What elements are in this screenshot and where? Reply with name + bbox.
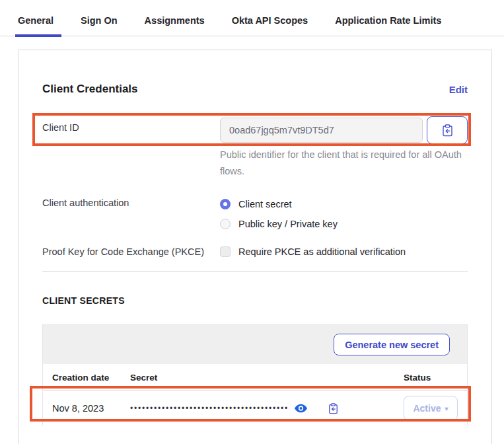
tab-assignments[interactable]: Assignments <box>143 15 206 36</box>
panel-title: Client Credentials <box>42 83 138 96</box>
secrets-table-toolbar: Generate new secret <box>43 325 467 364</box>
masked-secret-value: •••••••••••••••••••••••••••••••••••••••• <box>130 404 289 413</box>
client-authentication-options: Client secret Public key / Private key <box>220 196 338 231</box>
client-id-help-text: Public identifier for the client that is… <box>220 147 484 180</box>
general-settings-card: Client Credentials Edit Client ID Public… <box>18 50 492 444</box>
clipboard-copy-icon <box>442 124 453 137</box>
status-active-dropdown[interactable]: Active ▾ <box>404 396 458 421</box>
section-divider <box>42 271 468 272</box>
status-cell: Active ▾ <box>404 396 467 421</box>
clipboard-copy-icon <box>328 403 338 414</box>
pkce-label: Proof Key for Code Exchange (PKCE) <box>42 244 220 259</box>
edit-link[interactable]: Edit <box>449 84 468 95</box>
secret-cell: •••••••••••••••••••••••••••••••••••••••• <box>130 403 404 414</box>
secret-creation-date: Nov 8, 2023 <box>43 403 130 414</box>
copy-client-id-button[interactable] <box>427 116 468 144</box>
client-authentication-label: Client authentication <box>42 196 220 231</box>
client-id-input[interactable] <box>220 118 423 143</box>
tab-okta-api-scopes[interactable]: Okta API Scopes <box>231 15 310 36</box>
pkce-option-label: Require PKCE as additional verification <box>238 246 406 257</box>
radio-public-private-key[interactable]: Public key / Private key <box>220 217 338 231</box>
client-credentials-header: Client Credentials Edit <box>42 83 468 96</box>
app-tab-bar: General Sign On Assignments Okta API Sco… <box>0 0 504 36</box>
column-header-secret: Secret <box>130 373 404 383</box>
eye-icon <box>295 404 307 413</box>
pkce-checkbox-option[interactable]: Require PKCE as additional verification <box>220 244 406 259</box>
client-id-label: Client ID <box>42 116 220 144</box>
client-id-row: Client ID <box>42 116 468 144</box>
tab-sign-on[interactable]: Sign On <box>79 15 119 36</box>
reveal-secret-button[interactable] <box>295 404 307 413</box>
radio-unselected-icon <box>220 219 231 229</box>
pkce-row: Proof Key for Code Exchange (PKCE) Requi… <box>42 244 468 259</box>
column-header-status: Status <box>404 373 467 383</box>
column-header-creation-date: Creation date <box>43 373 130 383</box>
status-label: Active <box>413 403 441 414</box>
client-secrets-heading: CLIENT SECRETS <box>42 295 468 306</box>
client-secrets-table: Generate new secret Creation date Secret… <box>42 324 468 426</box>
table-row: Nov 8, 2023 ••••••••••••••••••••••••••••… <box>43 391 467 426</box>
radio-selected-icon <box>220 199 231 209</box>
client-id-field-group <box>220 116 468 144</box>
radio-client-secret-label: Client secret <box>238 199 292 209</box>
copy-secret-button[interactable] <box>328 403 338 414</box>
generate-new-secret-button[interactable]: Generate new secret <box>334 334 450 355</box>
client-authentication-row: Client authentication Client secret Publ… <box>42 196 468 231</box>
secrets-table-header: Creation date Secret Status <box>43 364 467 391</box>
chevron-down-icon: ▾ <box>445 405 449 412</box>
radio-public-private-key-label: Public key / Private key <box>238 219 338 229</box>
radio-client-secret[interactable]: Client secret <box>220 197 338 211</box>
checkbox-unchecked-icon <box>220 246 231 257</box>
tab-general[interactable]: General <box>17 15 55 36</box>
tab-application-rate-limits[interactable]: Application Rate Limits <box>334 15 443 36</box>
